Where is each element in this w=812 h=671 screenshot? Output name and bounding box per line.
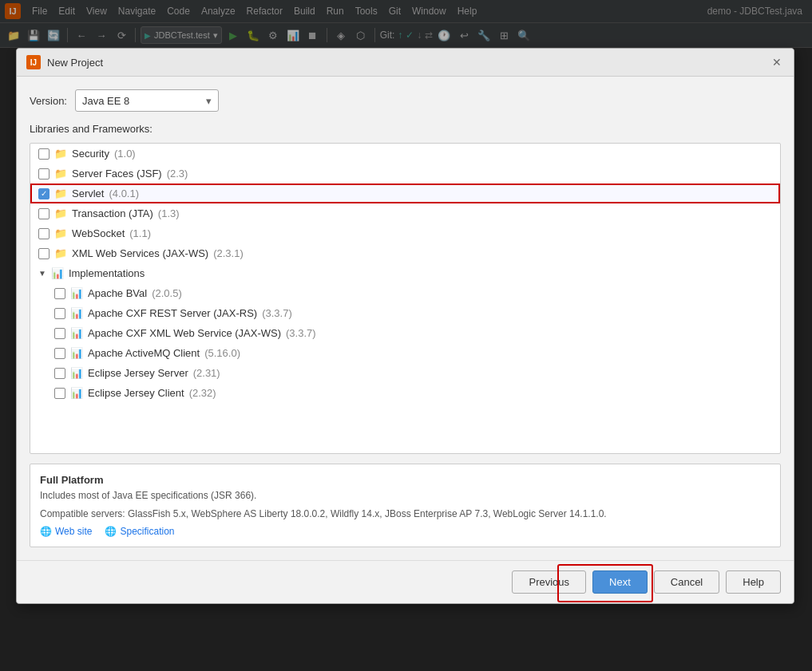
dialog-overlay: IJ New Project ✕ Version: Java EE 8 ▾ Li…	[0, 0, 812, 48]
